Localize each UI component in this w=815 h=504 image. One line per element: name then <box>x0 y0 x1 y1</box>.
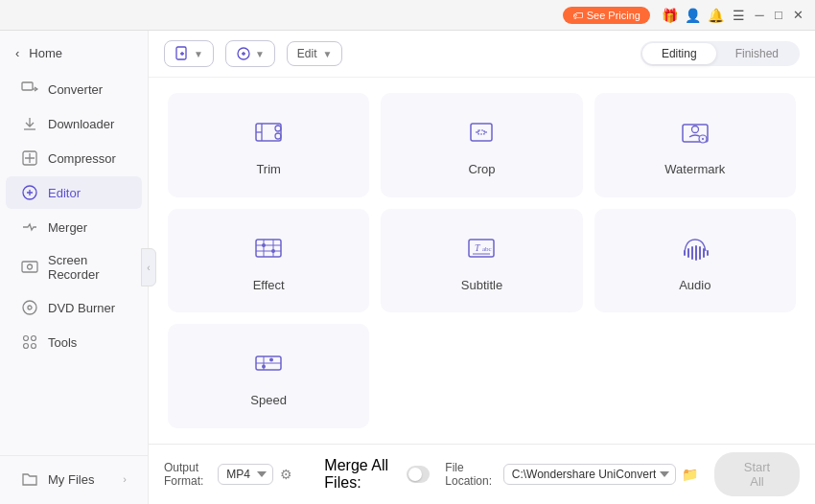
sidebar-item-compressor[interactable]: Compressor <box>6 142 142 174</box>
svg-point-46 <box>269 358 273 362</box>
sidebar-my-files-label: My Files <box>48 472 94 487</box>
file-location-select[interactable]: C:\Wondershare UniConverter 1 <box>503 464 676 485</box>
output-format-field: Output Format: MP4 MOV AVI MKV ⚙ <box>164 461 293 488</box>
sidebar-dvd-burner-label: DVD Burner <box>48 301 115 315</box>
main-layout: ‹ Home Converter Downloader <box>0 31 815 504</box>
sidebar-merger-label: Merger <box>48 220 87 235</box>
speed-icon <box>249 345 288 381</box>
sidebar-item-merger[interactable]: Merger <box>6 211 142 243</box>
sidebar-item-my-files[interactable]: My Files › <box>6 463 142 495</box>
add-media-button[interactable]: ▼ <box>225 40 275 67</box>
sidebar-collapse-button[interactable]: ‹ <box>141 248 156 286</box>
content-area: ▼ ▼ Edit ▼ Editing Finished <box>149 31 815 504</box>
sidebar-item-screen-recorder[interactable]: Screen Recorder <box>6 245 142 289</box>
sidebar-screen-recorder-label: Screen Recorder <box>48 253 127 282</box>
sidebar-item-home[interactable]: ‹ Home <box>0 38 148 68</box>
effect-label: Effect <box>253 278 285 292</box>
file-location-field: File Location: C:\Wondershare UniConvert… <box>445 461 699 488</box>
minimize-button[interactable]: ─ <box>750 6 769 25</box>
tab-editing[interactable]: Editing <box>642 43 716 64</box>
see-pricing-button[interactable]: 🏷 See Pricing <box>563 7 650 24</box>
maximize-button[interactable]: □ <box>769 6 788 25</box>
editor-grid: Trim Crop <box>149 78 815 444</box>
svg-point-30 <box>262 243 266 247</box>
media-chevron-icon: ▼ <box>255 49 265 59</box>
sidebar-item-converter[interactable]: Converter <box>6 73 142 105</box>
edit-dropdown[interactable]: Edit ▼ <box>287 41 343 66</box>
speed-card[interactable]: Speed <box>168 324 369 428</box>
svg-point-6 <box>28 264 33 269</box>
file-location-label: File Location: <box>445 461 497 488</box>
sidebar-editor-label: Editor <box>48 186 81 200</box>
trim-card[interactable]: Trim <box>168 93 369 197</box>
svg-point-12 <box>32 344 36 349</box>
sidebar-bottom: My Files › <box>0 455 148 496</box>
svg-point-10 <box>32 336 36 341</box>
merge-all-files-field: Merge All Files: <box>324 457 430 492</box>
bell-icon[interactable]: 🔔 <box>704 4 727 27</box>
output-settings-icon[interactable]: ⚙ <box>279 463 293 486</box>
close-button[interactable]: ✕ <box>788 6 807 25</box>
my-files-icon <box>21 470 38 488</box>
tab-finished[interactable]: Finished <box>716 43 798 64</box>
merge-toggle-switch[interactable] <box>407 466 431 483</box>
edit-label: Edit <box>297 47 317 60</box>
tag-icon: 🏷 <box>572 10 583 21</box>
merge-files-label: Merge All Files: <box>324 457 400 492</box>
svg-point-18 <box>275 133 281 139</box>
audio-icon <box>676 230 714 266</box>
svg-point-8 <box>28 306 32 309</box>
dvd-burner-icon <box>21 299 38 316</box>
add-media-icon <box>236 46 251 61</box>
watermark-card[interactable]: Watermark <box>594 93 796 197</box>
crop-card[interactable]: Crop <box>381 93 582 197</box>
svg-rect-5 <box>22 262 37 272</box>
merger-icon <box>21 218 38 236</box>
audio-label: Audio <box>679 278 710 292</box>
user-icon[interactable]: 👤 <box>681 4 704 27</box>
svg-point-19 <box>275 126 281 131</box>
sidebar-item-dvd-burner[interactable]: DVD Burner <box>6 291 142 324</box>
add-file-icon <box>175 46 190 61</box>
compressor-icon <box>21 149 38 167</box>
sidebar-item-editor[interactable]: Editor <box>6 176 142 209</box>
add-files-button[interactable]: ▼ <box>164 40 214 67</box>
edit-chevron-icon: ▼ <box>323 49 333 59</box>
sidebar-downloader-label: Downloader <box>48 117 114 131</box>
sidebar-converter-label: Converter <box>48 82 103 97</box>
svg-point-9 <box>24 336 29 341</box>
gift-icon[interactable]: 🎁 <box>658 4 681 27</box>
add-chevron-icon: ▼ <box>194 49 203 59</box>
trim-icon <box>249 114 288 150</box>
svg-marker-21 <box>478 130 484 134</box>
sidebar-home-label: Home <box>29 46 62 60</box>
converter-icon <box>21 80 38 98</box>
sidebar-item-downloader[interactable]: Downloader <box>6 107 142 140</box>
svg-point-31 <box>271 249 275 253</box>
menu-icon[interactable]: ☰ <box>727 4 750 27</box>
sidebar-item-tools[interactable]: Tools <box>6 326 142 358</box>
see-pricing-label: See Pricing <box>587 10 640 21</box>
screen-recorder-icon <box>21 259 38 276</box>
editor-icon <box>21 184 38 201</box>
output-format-select[interactable]: MP4 MOV AVI MKV <box>218 464 273 485</box>
subtitle-card[interactable]: T abc Subtitle <box>381 209 582 313</box>
downloader-icon <box>21 115 38 132</box>
subtitle-label: Subtitle <box>461 278 502 292</box>
svg-text:T: T <box>475 242 481 253</box>
toolbar: ▼ ▼ Edit ▼ Editing Finished <box>149 31 815 78</box>
watermark-icon <box>676 114 714 150</box>
audio-card[interactable]: Audio <box>594 209 796 313</box>
svg-point-11 <box>24 344 29 349</box>
svg-point-47 <box>262 365 266 369</box>
crop-label: Crop <box>468 162 495 176</box>
effect-icon <box>249 230 288 266</box>
output-format-label: Output Format: <box>164 461 212 488</box>
sidebar: ‹ Home Converter Downloader <box>0 31 149 504</box>
start-all-button[interactable]: Start All <box>714 452 800 496</box>
effect-card[interactable]: Effect <box>168 209 369 313</box>
chevron-right-icon: › <box>123 473 127 485</box>
speed-label: Speed <box>250 393 287 407</box>
open-folder-icon[interactable]: 📁 <box>682 463 699 486</box>
tabs-group: Editing Finished <box>640 41 800 66</box>
